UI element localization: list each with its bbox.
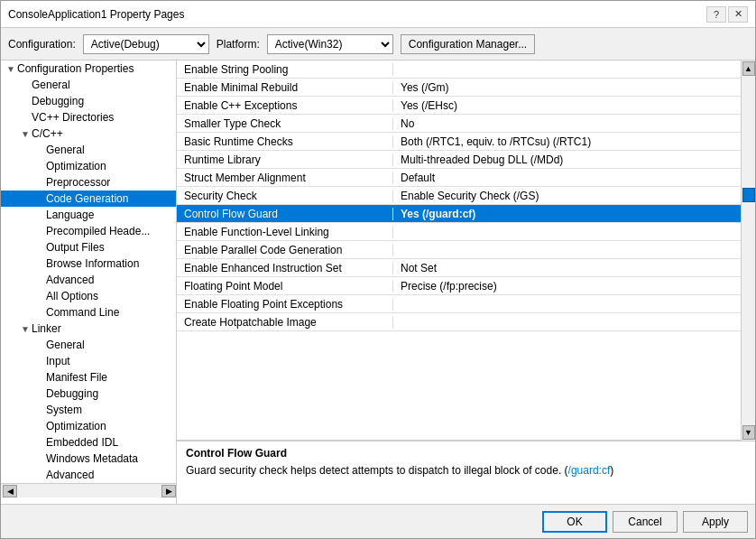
prop-row-9[interactable]: Enable Function-Level Linking: [177, 223, 741, 241]
sidebar-item-label-cpp: C/C++: [32, 127, 63, 140]
sidebar-item-label-debugging: Debugging: [32, 95, 84, 107]
sidebar-item-windows-meta[interactable]: Windows Metadata: [1, 451, 176, 467]
sidebar: ▼Configuration PropertiesGeneralDebuggin…: [1, 60, 177, 504]
prop-name-1: Enable Minimal Rebuild: [177, 81, 393, 94]
sidebar-item-linker-debug[interactable]: Debugging: [1, 386, 176, 402]
prop-row-5[interactable]: Runtime LibraryMulti-threaded Debug DLL …: [177, 151, 741, 169]
platform-select[interactable]: Active(Win32): [267, 34, 393, 54]
sidebar-item-input[interactable]: Input: [1, 353, 176, 369]
sidebar-item-optimization[interactable]: Optimization: [1, 158, 176, 174]
prop-row-10[interactable]: Enable Parallel Code Generation: [177, 241, 741, 259]
sidebar-item-label-output-files: Output Files: [46, 241, 105, 254]
sidebar-item-label-general: General: [32, 79, 70, 91]
close-button[interactable]: ✕: [728, 6, 748, 23]
expand-icon-cpp[interactable]: ▼: [19, 129, 32, 139]
ok-button[interactable]: OK: [542, 511, 607, 533]
platform-label: Platform:: [217, 38, 260, 51]
sidebar-horiz-scroll[interactable]: ◀ ▶: [1, 483, 176, 497]
prop-name-10: Enable Parallel Code Generation: [177, 244, 393, 256]
sidebar-item-label-linker-opt: Optimization: [46, 420, 106, 432]
prop-name-5: Runtime Library: [177, 153, 393, 166]
sidebar-item-output-files[interactable]: Output Files: [1, 239, 176, 256]
prop-row-7[interactable]: Security CheckEnable Security Check (/GS…: [177, 187, 741, 205]
prop-value-6: Default: [393, 172, 741, 184]
desc-link[interactable]: /guard:cf: [568, 464, 611, 477]
sidebar-item-label-config-props: Configuration Properties: [17, 62, 134, 75]
main-content: ▼Configuration PropertiesGeneralDebuggin…: [1, 60, 755, 504]
help-button[interactable]: ?: [706, 6, 726, 23]
sidebar-item-label-code-gen: Code Generation: [46, 192, 128, 205]
prop-row-2[interactable]: Enable C++ ExceptionsYes (/EHsc): [177, 97, 741, 115]
prop-row-11[interactable]: Enable Enhanced Instruction SetNot Set: [177, 259, 741, 277]
sidebar-item-debugging[interactable]: Debugging: [1, 93, 176, 109]
prop-name-9: Enable Function-Level Linking: [177, 226, 393, 238]
grid-container: Enable String PoolingEnable Minimal Rebu…: [177, 60, 755, 441]
toolbar: Configuration: Active(Debug) Platform: A…: [1, 28, 755, 60]
sidebar-item-advanced[interactable]: Advanced: [1, 272, 176, 288]
prop-row-13[interactable]: Enable Floating Point Exceptions: [177, 295, 741, 313]
prop-row-1[interactable]: Enable Minimal RebuildYes (/Gm): [177, 79, 741, 97]
sidebar-item-label-linker: Linker: [32, 322, 61, 335]
right-panel: Enable String PoolingEnable Minimal Rebu…: [177, 60, 755, 504]
sidebar-item-vc-dirs[interactable]: VC++ Directories: [1, 109, 176, 125]
prop-row-4[interactable]: Basic Runtime ChecksBoth (/RTC1, equiv. …: [177, 133, 741, 151]
sidebar-item-label-input: Input: [46, 355, 70, 367]
prop-value-7: Enable Security Check (/GS): [393, 190, 741, 202]
sidebar-item-general[interactable]: General: [1, 77, 176, 93]
prop-value-5: Multi-threaded Debug DLL (/MDd): [393, 153, 741, 166]
title-bar-buttons: ? ✕: [706, 6, 748, 23]
prop-row-14[interactable]: Create Hotpatchable Image: [177, 313, 741, 331]
sidebar-item-all-options[interactable]: All Options: [1, 288, 176, 304]
sidebar-item-manifest-file[interactable]: Manifest File: [1, 369, 176, 386]
prop-row-6[interactable]: Struct Member AlignmentDefault: [177, 169, 741, 187]
sidebar-item-cmd-line[interactable]: Command Line: [1, 304, 176, 321]
sidebar-item-linker-opt[interactable]: Optimization: [1, 418, 176, 434]
prop-value-3: No: [393, 117, 741, 130]
prop-value-12: Precise (/fp:precise): [393, 280, 741, 293]
sidebar-item-cpp[interactable]: ▼C/C++: [1, 125, 176, 142]
prop-value-1: Yes (/Gm): [393, 81, 741, 94]
cancel-button[interactable]: Cancel: [613, 511, 678, 533]
config-label: Configuration:: [8, 38, 76, 51]
sidebar-item-label-system: System: [46, 404, 82, 416]
prop-value-8: Yes (/guard:cf): [393, 208, 741, 220]
sidebar-item-language[interactable]: Language: [1, 207, 176, 223]
sidebar-item-label-linker-adv: Advanced: [46, 469, 94, 481]
sidebar-item-system[interactable]: System: [1, 402, 176, 418]
expand-icon-linker[interactable]: ▼: [19, 324, 32, 334]
prop-value-11: Not Set: [393, 262, 741, 274]
sidebar-item-cpp-general[interactable]: General: [1, 142, 176, 158]
desc-title: Control Flow Guard: [186, 447, 746, 460]
grid-scrollbar[interactable]: ▲ ▼: [741, 60, 755, 441]
sidebar-item-precomp-headers[interactable]: Precompiled Heade...: [1, 223, 176, 239]
prop-name-13: Enable Floating Point Exceptions: [177, 298, 393, 311]
sidebar-item-browse-info[interactable]: Browse Information: [1, 256, 176, 272]
prop-row-8[interactable]: Control Flow GuardYes (/guard:cf): [177, 205, 741, 223]
config-mgr-button[interactable]: Configuration Manager...: [401, 34, 535, 54]
sidebar-item-code-gen[interactable]: Code Generation: [1, 191, 176, 207]
sidebar-item-linker[interactable]: ▼Linker: [1, 321, 176, 337]
sidebar-item-preprocessor[interactable]: Preprocessor: [1, 174, 176, 191]
sidebar-item-label-preprocessor: Preprocessor: [46, 176, 110, 189]
sidebar-item-label-advanced: Advanced: [46, 274, 94, 286]
prop-row-0[interactable]: Enable String Pooling: [177, 60, 741, 79]
sidebar-item-label-language: Language: [46, 209, 94, 221]
prop-name-11: Enable Enhanced Instruction Set: [177, 262, 393, 274]
expand-icon-config-props[interactable]: ▼: [5, 64, 17, 74]
config-select[interactable]: Active(Debug): [83, 34, 209, 54]
prop-row-3[interactable]: Smaller Type CheckNo: [177, 115, 741, 133]
sidebar-item-label-windows-meta: Windows Metadata: [46, 452, 138, 465]
sidebar-item-label-linker-general: General: [46, 339, 85, 351]
sidebar-item-config-props[interactable]: ▼Configuration Properties: [1, 60, 176, 77]
prop-value-4: Both (/RTC1, equiv. to /RTCsu) (/RTC1): [393, 135, 741, 148]
props-container: Enable String PoolingEnable Minimal Rebu…: [177, 60, 741, 331]
sidebar-item-linker-adv[interactable]: Advanced: [1, 467, 176, 483]
sidebar-item-linker-general[interactable]: General: [1, 337, 176, 353]
description-panel: Control Flow Guard Guard security check …: [177, 441, 755, 504]
apply-button[interactable]: Apply: [683, 511, 748, 533]
prop-value-2: Yes (/EHsc): [393, 99, 741, 112]
sidebar-item-embedded-idl[interactable]: Embedded IDL: [1, 434, 176, 451]
prop-row-12[interactable]: Floating Point ModelPrecise (/fp:precise…: [177, 277, 741, 295]
prop-name-12: Floating Point Model: [177, 280, 393, 293]
footer: OK Cancel Apply: [1, 504, 755, 538]
